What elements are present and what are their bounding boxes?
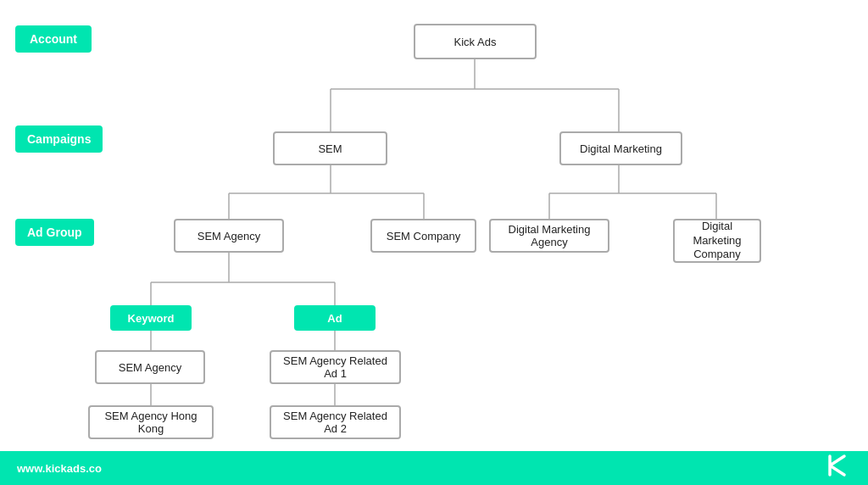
node-kickads: Kick Ads (414, 24, 537, 59)
node-sem-agency: SEM Agency (174, 219, 284, 253)
node-sem: SEM (273, 131, 387, 165)
node-sem-company: SEM Company (370, 219, 476, 253)
account-label: Account (15, 25, 92, 53)
node-dm-agency: Digital Marketing Agency (489, 219, 609, 253)
node-digital-marketing: Digital Marketing (559, 131, 682, 165)
footer-url: www.kickads.co (17, 462, 102, 475)
node-kw-sem-agency: SEM Agency (95, 350, 205, 384)
campaigns-label: Campaigns (15, 125, 103, 153)
ad-label: Ad (294, 305, 376, 331)
footer: www.kickads.co (0, 451, 868, 485)
node-kw-sem-agency-hk: SEM Agency Hong Kong (88, 405, 214, 439)
node-dm-company: Digital Marketing Company (673, 219, 761, 263)
main-content: Account Campaigns Ad Group (0, 0, 868, 451)
footer-logo (826, 453, 851, 484)
node-ad-sem-agency-1: SEM Agency Related Ad 1 (270, 350, 401, 384)
keyword-label: Keyword (110, 305, 192, 331)
adgroup-label: Ad Group (15, 219, 94, 246)
node-ad-sem-agency-2: SEM Agency Related Ad 2 (270, 405, 401, 439)
